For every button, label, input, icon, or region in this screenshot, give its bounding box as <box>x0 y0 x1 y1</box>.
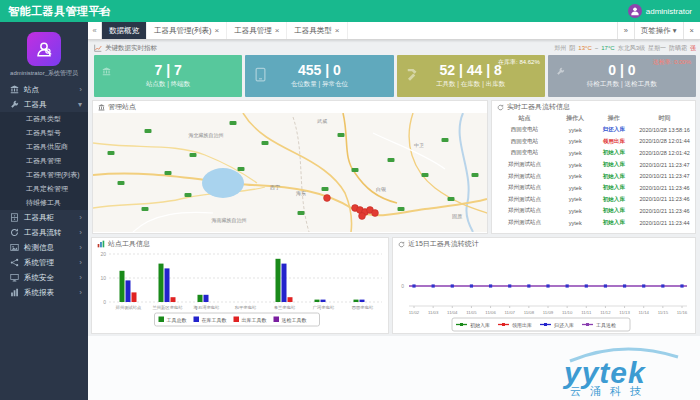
sidebar-item-site[interactable]: 站点› <box>0 82 88 97</box>
sidebar-item-tool-inspection[interactable]: 工具定检管理 <box>0 182 88 196</box>
cell-operator: yytek <box>557 205 594 217</box>
cell-operation: 初始入库 <box>593 182 634 194</box>
top-header: 智能工器具管理平台 ≡ administrator <box>0 0 700 22</box>
road-badge <box>118 181 125 185</box>
chevron-right-icon: › <box>79 213 82 222</box>
main-content: yytek 云涌科技 关键数据实时指标 郑州 阴 13°C ~ 17°C 东北风… <box>88 40 700 400</box>
user-menu[interactable]: administrator <box>628 3 692 19</box>
tab-tool-management-list[interactable]: 工器具管理(列表)× <box>147 22 227 39</box>
sidebar-item-label: 系统安全 <box>24 273 54 283</box>
cell-operation: 归还入库 <box>593 124 634 136</box>
sidebar-item-system-reports[interactable]: 系统报表› <box>0 285 88 300</box>
kpi-card-inspection: 送检率: 0.00%0 | 0待检工具数 | 送检工具数 <box>548 55 696 97</box>
share-icon <box>10 258 20 267</box>
kpi-card-stations: 7 | 7站点数 | 终端数 <box>94 55 242 97</box>
cell-operator: yytek <box>557 182 594 194</box>
sidebar-item-tool-supplier[interactable]: 工器具供应商 <box>0 140 88 154</box>
tab-tool-type[interactable]: 工器具类型× <box>287 22 347 39</box>
sidebar-item-system-security[interactable]: 系统安全› <box>0 270 88 285</box>
svg-text:西固变电站: 西固变电站 <box>352 305 374 310</box>
map[interactable]: 海北藏族自治州武威中卫白银西宁海东海南藏族自治州固原 <box>93 113 487 232</box>
line-panel-title: 近15日工器具流转统计 <box>408 239 479 249</box>
chart-icon <box>10 288 20 297</box>
weather-city: 郑州 <box>554 44 566 53</box>
close-icon[interactable]: × <box>215 26 220 35</box>
tab-tool-management[interactable]: 工器具管理× <box>227 22 287 39</box>
wrench-icon <box>10 100 20 109</box>
sidebar-item-tool-cabinet[interactable]: 工器具柜› <box>0 210 88 225</box>
kpi-label: 仓位数量 | 异常仓位 <box>245 80 393 89</box>
section-header: 关键数据实时指标 郑州 阴 13°C ~ 17°C 东北风3级 星期一 防晒霜 … <box>94 43 696 53</box>
sidebar-item-tool-circulation[interactable]: 工器具流转› <box>0 225 88 240</box>
sidebar-item-label: 工器具流转 <box>24 228 62 238</box>
sidebar-item-tool-management[interactable]: 工器具管理 <box>0 154 88 168</box>
svg-text:送检工具数: 送检工具数 <box>282 317 307 323</box>
bank-icon <box>98 104 105 111</box>
table-row: 郑州测试站点yytek初始入库2020/10/21 11:23:44 <box>492 217 695 229</box>
bar-chart-icon <box>97 240 105 248</box>
road-badge <box>398 207 405 211</box>
close-icon[interactable]: × <box>275 26 280 35</box>
flow-panel: 实时工器具流转信息 站点操作人操作时间西固变电站yytek归还入库2020/10… <box>491 100 696 234</box>
chevron-right-icon: › <box>79 273 82 282</box>
cell-time: 2020/10/28 12:01:44 <box>634 136 695 148</box>
road-badge <box>238 167 245 171</box>
table-row: 郑州测试站点yytek初始入库2020/10/21 11:23:47 <box>492 159 695 171</box>
road-badge <box>352 168 359 172</box>
svg-text:初始入库: 初始入库 <box>470 322 490 329</box>
chevron-right-icon: › <box>79 288 82 297</box>
svg-text:11/13: 11/13 <box>619 310 630 315</box>
column-header: 操作人 <box>557 113 594 124</box>
sidebar-item-tools[interactable]: 工器具▾ <box>0 97 88 112</box>
column-header: 站点 <box>492 113 557 124</box>
sidebar-item-tool-repair[interactable]: 待维修工具 <box>0 196 88 210</box>
weather-temp-high: 17°C <box>601 45 614 51</box>
flow-table: 站点操作人操作时间西固变电站yytek归还入库2020/10/28 13:58:… <box>492 113 695 228</box>
map-label: 中卫 <box>414 142 424 148</box>
bank-icon <box>102 67 111 76</box>
table-row: 郑州测试站点yytek初始入库2020/10/21 11:23:46 <box>492 182 695 194</box>
flow-panel-header: 实时工器具流转信息 <box>492 101 695 113</box>
column-header: 操作 <box>593 113 634 124</box>
svg-text:11/15: 11/15 <box>658 310 669 315</box>
bar-chart-panel: 站点工具信息 01020郑州测试站点兰州新区变电站海石湾变电站和平变电站皋兰变电… <box>91 237 389 334</box>
kpi-label: 待检工具数 | 送检工具数 <box>548 80 696 89</box>
tabs-expand-button[interactable]: » <box>617 22 634 39</box>
sidebar-item-tool-model[interactable]: 工器具型号 <box>0 126 88 140</box>
refresh-icon[interactable] <box>398 241 405 248</box>
sidebar-item-detection-info[interactable]: 检测信息› <box>0 240 88 255</box>
bank-icon <box>10 85 20 94</box>
flow-panel-title: 实时工器具流转信息 <box>507 102 570 112</box>
cell-time: 2020/10/28 12:01:42 <box>634 147 695 159</box>
refresh-icon[interactable] <box>497 104 504 111</box>
weather-wind: 东北风3级 <box>618 44 645 53</box>
sidebar-item-label: 检测信息 <box>24 243 54 253</box>
cell-operation: 初始入库 <box>593 147 634 159</box>
hamburger-icon[interactable]: ≡ <box>98 0 105 22</box>
cell-time: 2020/10/21 11:23:47 <box>634 170 695 182</box>
sidebar-item-system-management[interactable]: 系统管理› <box>0 255 88 270</box>
cell-time: 2020/10/21 11:23:46 <box>634 194 695 206</box>
cell-station: 西固变电站 <box>492 136 557 148</box>
svg-text:在库工具数: 在库工具数 <box>202 317 227 323</box>
tab-overview[interactable]: 数据概览 <box>102 22 147 39</box>
close-icon[interactable]: × <box>335 26 340 35</box>
refresh-icon <box>10 228 20 237</box>
chevron-right-icon: › <box>79 228 82 237</box>
cell-operator: yytek <box>557 147 594 159</box>
map-label: 海南藏族自治州 <box>212 217 247 224</box>
close-all-tabs-button[interactable]: × <box>683 22 700 39</box>
tab-label: 工器具类型 <box>294 26 332 36</box>
road-badge <box>338 133 345 137</box>
image-icon <box>10 243 20 252</box>
weather-tip-level: 强 <box>690 44 696 53</box>
sidebar-item-tool-type[interactable]: 工器具类型 <box>0 112 88 126</box>
tabs-collapse-button[interactable]: « <box>88 22 102 39</box>
sidebar-item-tool-management-list[interactable]: 工器具管理(列表) <box>0 168 88 182</box>
cell-time: 2020/10/21 11:23:46 <box>634 205 695 217</box>
map-marker[interactable] <box>359 213 366 220</box>
map-marker[interactable] <box>324 195 331 202</box>
map-marker[interactable] <box>372 210 379 217</box>
tab-operations-dropdown[interactable]: 页签操作 ▾ <box>634 22 683 39</box>
cell-operation: 初始入库 <box>593 217 634 229</box>
